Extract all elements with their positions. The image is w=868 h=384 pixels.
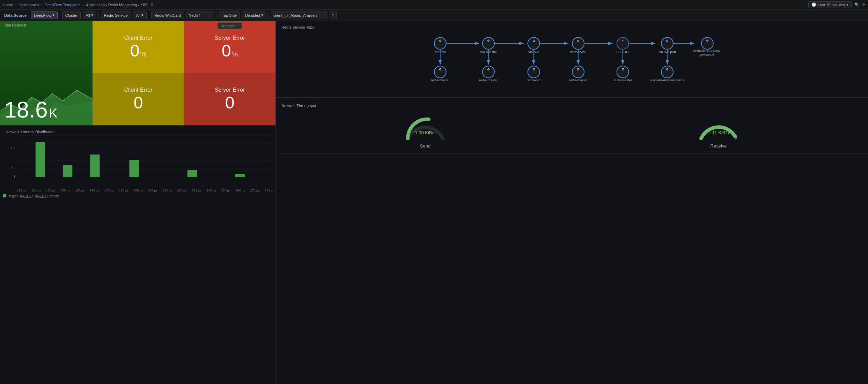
redis-service-all-filter[interactable]: All ▾: [133, 12, 147, 19]
svg-text:partservice: partservice: [700, 53, 715, 57]
redis-topo-svg: ⚙ bar-svc ⚙ foo-svc-full ⚙ loo-svc ⚙ car…: [279, 29, 865, 89]
svg-text:redis-master: redis-master: [431, 78, 450, 82]
svg-text:⚙: ⚙: [487, 68, 490, 71]
svg-text:2.11 KiB/s: 2.11 KiB/s: [708, 130, 729, 135]
client-error-top: Client Error 0 %: [93, 21, 184, 73]
svg-text:cartservice: cartservice: [570, 50, 586, 54]
svg-text:redis-cart: redis-cart: [527, 78, 541, 82]
svg-text:redis-master: redis-master: [479, 78, 498, 82]
send-label: Send: [420, 143, 431, 149]
client-error-bottom-label: Client Error: [124, 87, 153, 93]
svg-rect-12: [187, 170, 197, 177]
network-throughput-panel: Network Throughput 1.00 KiB/s Send: [276, 98, 868, 153]
total-request-title: Total Request: [3, 23, 26, 27]
chevron-down-icon: ▾: [91, 13, 93, 17]
share-icon[interactable]: ⊕: [150, 2, 154, 7]
nav-page: Application - Redis Monitoring - K8S: [86, 3, 148, 7]
separator2: [98, 12, 99, 19]
client-error-top-label: Client Error: [124, 35, 153, 41]
cluster-all-filter[interactable]: All ▾: [83, 12, 96, 19]
server-error-bottom-label: Server Error: [214, 87, 245, 93]
tap-side-label: Tap Side: [219, 12, 240, 19]
star-filter[interactable]: *: [329, 12, 337, 19]
separator3: [149, 12, 149, 19]
left-column: Total Request 18.6K Client Error: [0, 21, 276, 384]
client-error-top-pct: %: [140, 50, 146, 58]
svg-text:bar-svc: bar-svc: [435, 50, 446, 54]
data-source-label[interactable]: Data Source: [2, 13, 29, 18]
svg-text:⚙: ⚙: [439, 39, 442, 43]
redis-service-label: Redis Service: [101, 12, 131, 19]
separator5: [269, 12, 269, 19]
redis-pattern-input[interactable]: [186, 12, 214, 19]
nav-home[interactable]: Home: [3, 3, 13, 7]
client-analysis-input[interactable]: [271, 12, 327, 19]
y-axis: 3 2.5 2 1.5 1: [3, 135, 17, 179]
svg-text:⚙: ⚙: [439, 68, 442, 71]
svg-text:opentelemetry-demo-: opentelemetry-demo-: [693, 49, 721, 52]
total-request-big: 18.6K: [0, 21, 93, 125]
send-gauge-svg: 1.00 KiB/s: [403, 111, 448, 142]
chevron-down-icon: ▾: [261, 13, 263, 17]
server-error-bottom-value: 0: [225, 95, 235, 111]
chevron-down-icon: ▾: [52, 13, 54, 17]
svg-text:loo-svc-part: loo-svc-part: [659, 50, 676, 54]
svg-text:⚙: ⚙: [577, 39, 580, 43]
refresh-icon[interactable]: ⟳: [862, 2, 865, 7]
client-error-bottom-value: 0: [134, 95, 143, 111]
clock-icon: 🕐: [811, 2, 816, 7]
untitled-badge[interactable]: Untitled ⋯: [218, 22, 242, 29]
server-error-top-value: 0: [222, 43, 231, 59]
svg-text:loo-svc: loo-svc: [528, 50, 539, 54]
svg-text:⚙: ⚙: [666, 68, 669, 71]
deepflow-filter[interactable]: DeepFlow ▾: [31, 12, 58, 19]
svg-text:⚙: ⚙: [532, 68, 535, 71]
redis-topo-panel: Redis Service Topo: [276, 21, 868, 98]
network-throughput-title: Network Throughput: [279, 102, 865, 108]
server-error-top-pct: %: [231, 50, 238, 58]
svg-text:⚙: ⚙: [706, 39, 709, 43]
server-error-top-label: Server Error: [214, 35, 245, 41]
latency-bar-chart: [17, 135, 273, 177]
svg-rect-9: [63, 165, 72, 177]
svg-text:opentelemetry-demo-redis: opentelemetry-demo-redis: [650, 78, 684, 82]
svg-rect-10: [90, 155, 100, 177]
separator4: [216, 12, 216, 19]
svg-text:📍: 📍: [621, 39, 625, 43]
search-icon[interactable]: 🔍: [854, 2, 859, 7]
chevron-down-icon: ▾: [141, 13, 144, 17]
server-error-bottom: Server Error 0: [184, 73, 275, 126]
right-column: Redis Service Topo: [276, 21, 868, 384]
svg-text:⚙: ⚙: [621, 68, 624, 71]
svg-text:redis-master: redis-master: [613, 78, 632, 82]
send-gauge: 1.00 KiB/s Send: [279, 111, 572, 149]
disabled-filter[interactable]: Disabled ▾: [242, 12, 266, 19]
separator: [60, 12, 60, 19]
svg-text:⚙: ⚙: [487, 39, 490, 43]
svg-text:foo-svc-full: foo-svc-full: [480, 50, 496, 54]
x-axis-labels: 110 µs120 µs130 µs140 µs150 µs160 µs170 …: [17, 189, 273, 192]
client-error-bottom: Client Error 0: [93, 73, 184, 126]
network-latency-panel: Network Latency Distribution 3 2.5 2 1.5…: [0, 126, 275, 384]
time-selector[interactable]: 🕐 Last 15 minutes ▾: [808, 1, 852, 8]
top-navigation: Home › Dashboards › DeepFlow Templates ›…: [0, 0, 868, 10]
svg-text:⚙: ⚙: [577, 68, 580, 71]
svg-text:redis-master: redis-master: [569, 78, 588, 82]
svg-rect-8: [36, 142, 45, 177]
more-icon[interactable]: ⋯: [235, 23, 239, 28]
error-grid: Client Error 0 % Server Error 0 % Unt: [93, 21, 275, 125]
nav-dashboards[interactable]: Dashboards: [19, 3, 39, 7]
receive-label: Receive: [711, 143, 727, 149]
total-request-value: 18.6K: [4, 99, 88, 121]
svg-rect-11: [130, 160, 139, 177]
nav-templates[interactable]: DeepFlow Templates: [45, 3, 81, 7]
receive-gauge-svg: 2.11 KiB/s: [696, 111, 741, 142]
client-error-top-value: 0: [130, 43, 140, 59]
network-latency-title: Network Latency Distribution: [3, 128, 273, 134]
redis-topo-title: Redis Service Topo: [279, 24, 865, 29]
cluster-label: Cluster: [62, 12, 81, 19]
svg-text:127.0.0.1: 127.0.0.1: [616, 50, 630, 54]
svg-text:⚙: ⚙: [532, 39, 535, 43]
svg-text:⚙: ⚙: [666, 39, 669, 43]
svg-text:1.00 KiB/s: 1.00 KiB/s: [415, 130, 436, 135]
